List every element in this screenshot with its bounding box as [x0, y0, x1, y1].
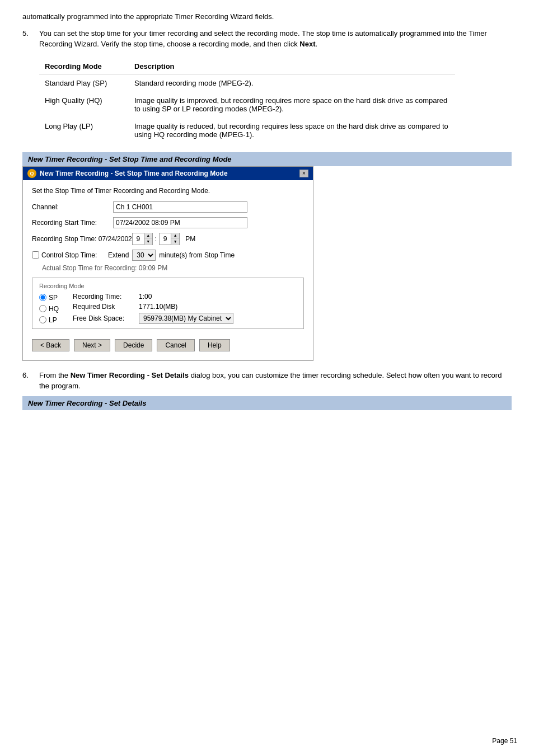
- decide-button[interactable]: Decide: [115, 339, 152, 351]
- item-5-num: 5.: [22, 28, 34, 50]
- dialog-title: New Timer Recording - Set Stop Time and …: [40, 170, 228, 177]
- minute-label: minute(s) from Stop Time: [159, 251, 235, 259]
- table-header-desc: Description: [129, 59, 455, 74]
- dialog-close-button[interactable]: ×: [299, 170, 308, 177]
- dialog-titlebar: Q New Timer Recording - Set Stop Time an…: [23, 167, 313, 180]
- item-5-text-before: You can set the stop time for your timer…: [39, 29, 487, 49]
- start-time-input[interactable]: [113, 217, 247, 228]
- actual-stop-label: Actual Stop Time for Recording:: [42, 264, 137, 272]
- stop-hour-btns: ▲ ▼: [144, 233, 152, 245]
- item-5: 5. You can set the stop time for your ti…: [22, 28, 512, 50]
- mode-info: Recording Time: 1:00 Required Disk 1771.…: [73, 293, 297, 324]
- next-button[interactable]: Next >: [74, 339, 110, 351]
- stop-hour-value: 9: [133, 235, 144, 243]
- control-stop-checkbox[interactable]: [32, 251, 39, 259]
- table-row: Standard Play (SP)Standard recording mod…: [39, 74, 455, 92]
- stop-time-spinners: 9 ▲ ▼ : 9 ▲ ▼ PM: [132, 233, 195, 245]
- actual-stop-time: 09:09 PM: [139, 264, 167, 272]
- actual-stop-row: Actual Stop Time for Recording: 09:09 PM: [42, 264, 304, 272]
- mode-lp-radio[interactable]: [39, 316, 46, 323]
- item-6-bold: New Timer Recording - Set Details: [71, 371, 189, 379]
- colon-separator: :: [155, 235, 157, 243]
- mode-sp-text: SP: [49, 294, 58, 302]
- table-cell-desc: Standard recording mode (MPEG-2).: [129, 74, 455, 92]
- help-button[interactable]: Help: [199, 339, 230, 351]
- item-6: 6. From the New Timer Recording - Set De…: [22, 370, 512, 392]
- dialog-titlebar-left: Q New Timer Recording - Set Stop Time an…: [27, 169, 228, 178]
- item-5-text-after: .: [316, 40, 318, 48]
- item-5-content: You can set the stop time for your timer…: [39, 28, 512, 50]
- cancel-button[interactable]: Cancel: [157, 339, 194, 351]
- back-button[interactable]: < Back: [32, 339, 69, 351]
- mode-sp-radio[interactable]: [39, 294, 46, 301]
- table-cell-mode: Long Play (LP): [39, 118, 129, 143]
- intro-text: automatically programmed into the approp…: [22, 11, 512, 22]
- recording-time-label: Recording Time:: [73, 293, 134, 300]
- recording-mode-group-label: Recording Mode: [39, 283, 297, 289]
- dialog-set-stop-time: Q New Timer Recording - Set Stop Time an…: [22, 166, 313, 361]
- channel-row: Channel:: [32, 201, 304, 213]
- mode-lp-label[interactable]: LP: [39, 316, 73, 324]
- dialog-buttons: < Back Next > Decide Cancel Help: [32, 335, 304, 354]
- stop-hour-down[interactable]: ▼: [144, 239, 152, 245]
- stop-time-label: Recording Stop Time: 07/24/2002: [32, 235, 132, 243]
- table-cell-mode: Standard Play (SP): [39, 74, 129, 92]
- stop-min-value: 9: [160, 235, 171, 243]
- extend-select[interactable]: 30 60 90: [132, 250, 156, 261]
- item-6-content: From the New Timer Recording - Set Detai…: [39, 370, 512, 392]
- recording-time-row: Recording Time: 1:00: [73, 293, 297, 300]
- extend-label: Extend: [108, 251, 129, 259]
- stop-ampm: PM: [185, 235, 195, 243]
- table-header-mode: Recording Mode: [39, 59, 129, 74]
- required-disk-value: 1771.10(MB): [139, 303, 177, 311]
- item-6-num: 6.: [22, 370, 34, 392]
- control-stop-label: Control Stop Time:: [41, 251, 97, 259]
- recording-time-value: 1:00: [139, 293, 152, 300]
- free-disk-row: Free Disk Space: 95979.38(MB) My Cabinet: [73, 313, 297, 324]
- table-cell-desc: Image quality is reduced, but recording …: [129, 118, 455, 143]
- table-cell-mode: High Quality (HQ): [39, 92, 129, 118]
- stop-min-spinner[interactable]: 9 ▲ ▼: [159, 233, 180, 245]
- control-stop-checkbox-label[interactable]: Control Stop Time:: [32, 251, 105, 259]
- recording-mode-table: Recording Mode Description Standard Play…: [39, 59, 455, 143]
- banner-set-details: New Timer Recording - Set Details: [22, 396, 512, 410]
- channel-input[interactable]: [113, 201, 247, 213]
- channel-label: Channel:: [32, 203, 113, 211]
- stop-min-up[interactable]: ▲: [171, 233, 179, 239]
- mode-hq-text: HQ: [49, 305, 59, 313]
- table-cell-desc: Image quality is improved, but recording…: [129, 92, 455, 118]
- mode-layout: SP HQ LP Recording Time: 1:00: [39, 293, 297, 324]
- mode-hq-radio[interactable]: [39, 305, 46, 312]
- start-time-row: Recording Start Time:: [32, 217, 304, 228]
- mode-radios: SP HQ LP: [39, 293, 73, 324]
- item-6-text-before: From the: [39, 371, 71, 379]
- banner-set-stop-time: New Timer Recording - Set Stop Time and …: [22, 152, 512, 166]
- free-disk-select[interactable]: 95979.38(MB) My Cabinet: [139, 313, 233, 324]
- free-disk-label: Free Disk Space:: [73, 314, 134, 322]
- stop-time-row: Recording Stop Time: 07/24/2002 9 ▲ ▼ : …: [32, 233, 304, 245]
- required-disk-row: Required Disk 1771.10(MB): [73, 303, 297, 311]
- dialog-body: Set the Stop Time of Timer Recording and…: [23, 180, 313, 360]
- item-5-bold: Next: [299, 40, 315, 48]
- dialog-app-icon: Q: [27, 169, 36, 178]
- stop-min-down[interactable]: ▼: [171, 239, 179, 245]
- stop-hour-spinner[interactable]: 9 ▲ ▼: [132, 233, 153, 245]
- stop-hour-up[interactable]: ▲: [144, 233, 152, 239]
- control-stop-row: Control Stop Time: Extend 30 60 90 minut…: [32, 250, 304, 261]
- required-disk-label: Required Disk: [73, 303, 134, 311]
- mode-lp-text: LP: [49, 316, 57, 324]
- mode-sp-label[interactable]: SP: [39, 294, 73, 302]
- start-time-label: Recording Start Time:: [32, 219, 113, 227]
- recording-mode-group: Recording Mode SP HQ LP: [32, 278, 304, 329]
- page-number: Page 51: [492, 737, 517, 745]
- table-row: Long Play (LP)Image quality is reduced, …: [39, 118, 455, 143]
- mode-hq-label[interactable]: HQ: [39, 305, 73, 313]
- dialog-description: Set the Stop Time of Timer Recording and…: [32, 187, 304, 195]
- stop-min-btns: ▲ ▼: [171, 233, 179, 245]
- table-row: High Quality (HQ)Image quality is improv…: [39, 92, 455, 118]
